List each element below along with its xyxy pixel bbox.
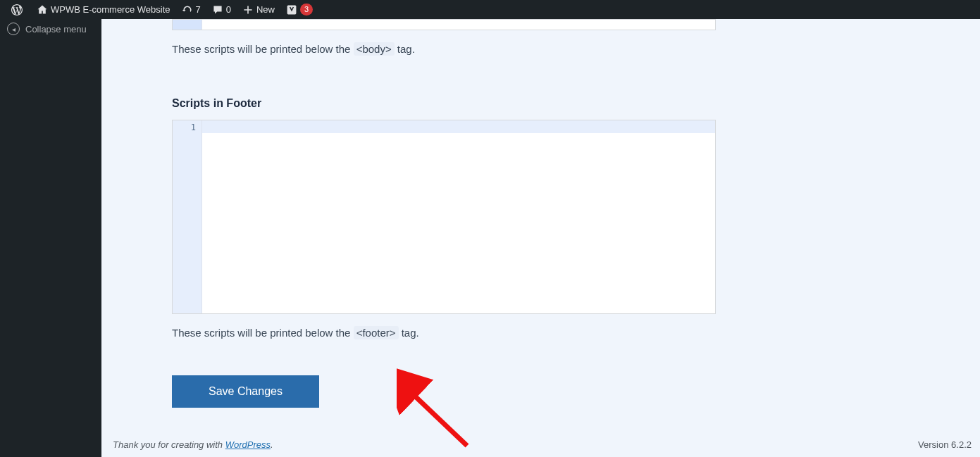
- yoast-link[interactable]: 3: [280, 0, 318, 19]
- collapse-menu-button[interactable]: ◂ Collapse menu: [0, 19, 101, 39]
- updates-link[interactable]: 7: [176, 0, 206, 19]
- line-gutter: [173, 20, 202, 30]
- main-content: These scripts will be printed below the …: [101, 19, 980, 457]
- admin-footer: Thank you for creating with WordPress. V…: [113, 439, 972, 450]
- body-scripts-description: These scripts will be printed below the …: [172, 43, 910, 55]
- line-number: 1: [173, 123, 196, 132]
- updates-icon: [182, 4, 193, 15]
- line-gutter: 1: [173, 120, 202, 313]
- collapse-icon: ◂: [7, 23, 20, 35]
- updates-count: 7: [196, 4, 201, 15]
- yoast-icon: [286, 4, 297, 15]
- plus-icon: [242, 4, 254, 15]
- site-name-text: WPWB E-commerce Website: [51, 4, 170, 15]
- wordpress-logo-icon: [11, 4, 23, 15]
- svg-line-1: [409, 391, 467, 446]
- collapse-label: Collapse menu: [25, 24, 87, 35]
- code-area[interactable]: [202, 120, 715, 313]
- new-label: New: [256, 4, 275, 15]
- wp-logo-menu[interactable]: [6, 0, 31, 19]
- footer-scripts-title: Scripts in Footer: [172, 97, 910, 110]
- footer-scripts-description: These scripts will be printed below the …: [172, 327, 910, 339]
- new-content-link[interactable]: New: [237, 0, 280, 19]
- comments-link[interactable]: 0: [206, 0, 237, 19]
- yoast-badge: 3: [300, 4, 313, 15]
- comments-count: 0: [226, 4, 231, 15]
- admin-toolbar: WPWB E-commerce Website 7 0 New 3: [0, 0, 980, 19]
- wordpress-link[interactable]: WordPress: [225, 439, 271, 450]
- site-name-link[interactable]: WPWB E-commerce Website: [31, 0, 176, 19]
- version-text: Version 6.2.2: [918, 439, 972, 450]
- home-icon: [37, 4, 48, 15]
- active-line-highlight: [202, 120, 715, 133]
- footer-thankyou: Thank you for creating with WordPress.: [113, 439, 273, 450]
- save-changes-button[interactable]: Save Changes: [172, 375, 319, 408]
- body-scripts-editor[interactable]: [172, 19, 716, 30]
- admin-sidebar: ◂ Collapse menu: [0, 19, 101, 457]
- comments-icon: [212, 4, 223, 15]
- code-area[interactable]: [202, 20, 715, 30]
- footer-scripts-editor[interactable]: 1: [172, 120, 716, 314]
